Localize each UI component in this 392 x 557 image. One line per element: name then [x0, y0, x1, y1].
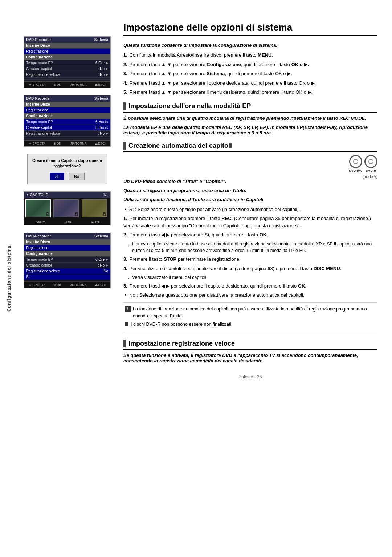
dialog-text: Creare il menu Capitolo dopo questa regi… [31, 158, 103, 169]
section-fast-title: Impostazione registrazione veloce [128, 340, 235, 347]
scr1-row6-value: : No [98, 73, 105, 77]
chapter-step-2-sub: Il nuovo capitolo viene creato in base a… [123, 241, 377, 255]
right-column: Impostazione delle opzioni di sistema Qu… [116, 15, 392, 542]
scr3-footer-ok: ⊕OK [53, 283, 61, 287]
note-box: ! La funzione di creazione automatica de… [123, 302, 377, 333]
sidebar: Configurazione del sistema [0, 15, 18, 542]
chapter-step-4-sub: Verrà visualizzato il menu dei capitoli. [123, 274, 377, 281]
scr1-footer-ritorna: ↺RITORNA [69, 83, 87, 86]
note-text-2: I dischi DVD-R non possono essere non fi… [131, 321, 233, 328]
scr1-row3: Configurazione [26, 55, 108, 59]
chap-btn-avanti: Avanti [91, 220, 100, 224]
step4-text: Premere i tasti ▲ ▼ per selezionare l'op… [129, 80, 316, 86]
dvd-icons: DVD-RW DVD-R [349, 155, 377, 172]
scr1-row5: Creatore capitoli [26, 67, 97, 71]
chap-step3-bold: STOP [164, 256, 176, 262]
footer-page: Italiano - 26 [123, 374, 377, 379]
chap-step4-bold: DISC MENU [314, 266, 340, 271]
chap-step3-text: Premere il tasto [129, 256, 164, 262]
scr2-row6-value: : No [98, 131, 105, 135]
scr1-row2: Registrazione [26, 49, 107, 53]
scr1-title-left: DVD-Recorder [26, 38, 51, 42]
note-text-1: La funzione di creazione automatica dei … [133, 306, 376, 320]
chap-title: ✦ CAPITOLO [26, 193, 48, 197]
chap-thumb-3: 3 [82, 199, 107, 217]
dialog-btn-no: No [69, 173, 85, 180]
scr1-row1: Inserire Disco [26, 44, 108, 48]
note-icon-1: ! [125, 306, 131, 312]
chap-step2-bold: Sì [205, 232, 209, 237]
chapter-step-1: 1. Per iniziare la registrazione premere… [123, 215, 377, 229]
scr2-footer-sposta: ⇔ SPOSTA [29, 142, 45, 145]
step2-mid: , quindi premere il tasto [241, 62, 291, 67]
scr2-title-left: DVD-Recorder [26, 97, 51, 101]
dialog-btn-si: Sì [50, 173, 64, 180]
scr3-row5: Creatore capitoli [26, 263, 97, 267]
dvdrw-disc [349, 155, 362, 168]
step3-end: , quindi premere il tasto OK o ▶. [225, 71, 292, 76]
scr2-footer-esci: ⏏ESCI [95, 142, 106, 145]
chap-step1-text: Per iniziare la registrazione premere il… [129, 216, 221, 221]
step2-text: Premere i tasti ▲ ▼ per selezionare [129, 62, 207, 67]
scr2-row6: Registrazione veloce [26, 131, 97, 135]
main-title: Impostazione delle opzioni di sistema [123, 22, 377, 36]
note-item-2: I dischi DVD-R non possono essere non fi… [125, 321, 376, 328]
chap-page: 1/1 [103, 193, 108, 197]
section-title-ep: Impostazione dell'ora nella modalità EP [123, 102, 377, 113]
screenshot-dialog: Creare il menu Capitolo dopo questa regi… [27, 154, 107, 184]
scr3-title-left: DVD-Recorder [26, 234, 51, 238]
bullet-si: Sì : Selezionare questa opzione per atti… [123, 206, 377, 213]
fast-italic: Se questa funzione è attivata, il regist… [123, 353, 377, 363]
scr3-row3: Configurazione [26, 252, 108, 256]
scr2-row4: Tempo modo EP [26, 120, 94, 124]
section-ep-title: Impostazione dell'ora nella modalità EP [128, 102, 251, 110]
step5-text: Premere i tasti ▲ ▼ per selezionare il m… [129, 89, 313, 95]
bullet-no: No : Selezionare questa opzione per disa… [123, 292, 377, 299]
scr2-footer-ok: ⊕OK [53, 142, 61, 145]
scr2-row4-value: 6 Hours [95, 120, 108, 124]
scr2-row5-value: 8 Hours [95, 126, 108, 130]
step2-ok: OK o ▶. [291, 62, 309, 67]
dvdr-disc [364, 155, 377, 168]
scr1-title-right: Sistema [94, 38, 108, 42]
scr1-footer-ok: ⊕OK [53, 83, 61, 86]
chap-step2-sub: Il nuovo capitolo viene creato in base a… [132, 241, 372, 253]
scr3-row5-value: : No [98, 263, 105, 267]
step-5: 5. Premere i tasti ▲ ▼ per selezionare i… [123, 89, 377, 96]
scr2-row3: Configurazione [26, 114, 108, 118]
scr3-row4: Tempo modo EP [26, 257, 94, 261]
scr2-row5: Creatore capitoli [26, 126, 94, 130]
scr3-row6b: Sì [26, 275, 108, 279]
scr2-row2: Registrazione [26, 108, 108, 112]
step1-text: Con l'unità in modalità Arresto/Inserire… [129, 52, 258, 58]
chap-step5-text: Premere i tasti ◀ ▶ per selezionare il c… [129, 283, 298, 289]
screenshot-sistema-2: DVD-Recorder Sistema Inserire Disco Regi… [24, 95, 111, 147]
screenshot-sistema-1: DVD-Recorder Sistema Inserire Disco Regi… [24, 36, 111, 88]
chapter-step-2: 2. Premere i tasti ◀ ▶ per selezionare S… [123, 231, 377, 239]
scr2-row1: Inserire Disco [26, 102, 108, 106]
section-title-chapter: Creazione automatica dei capitoli [123, 142, 377, 152]
modo-v: (modo V) [123, 175, 377, 179]
step3-bold: Sistema [207, 71, 225, 76]
sidebar-label: Configurazione del sistema [7, 245, 12, 312]
scr3-row6-value: No [103, 269, 108, 273]
chapter-italic2: Quando si registra un programma, esso cr… [123, 188, 377, 193]
note-item-1: ! La funzione di creazione automatica de… [125, 306, 376, 320]
scr3-row4-value: 6 Ore [95, 257, 105, 261]
scr1-footer-sposta: ⇔ SPOSTA [29, 83, 45, 86]
scr2-title-right: Sistema [94, 97, 108, 101]
scr3-footer-esci: ⏏ESCI [95, 283, 106, 287]
section-chapter-title: Creazione automatica dei capitoli [128, 142, 232, 150]
chapter-step-3: 3. Premere il tasto STOP per terminare l… [123, 256, 377, 263]
chap-thumb-1: 1 [25, 199, 51, 217]
ep-italic2: La modalità EP è una delle quattro modal… [123, 125, 377, 135]
chap-step1-bold: REC. [221, 216, 233, 221]
scr3-row2: Registrazione [26, 246, 108, 250]
step2-bold: Configurazione [207, 62, 241, 67]
scr1-row6: Registrazione veloce [26, 73, 97, 77]
step-4: 4. Premere i tasti ▲ ▼ per selezionare l… [123, 80, 377, 87]
scr3-row6: Registrazione veloce [26, 269, 102, 273]
bullet-no-text: No : Selezionare questa opzione per disa… [129, 292, 305, 298]
chap-step5-end: . [305, 283, 306, 289]
step-2: 2. Premere i tasti ▲ ▼ per selezionare C… [123, 61, 377, 68]
